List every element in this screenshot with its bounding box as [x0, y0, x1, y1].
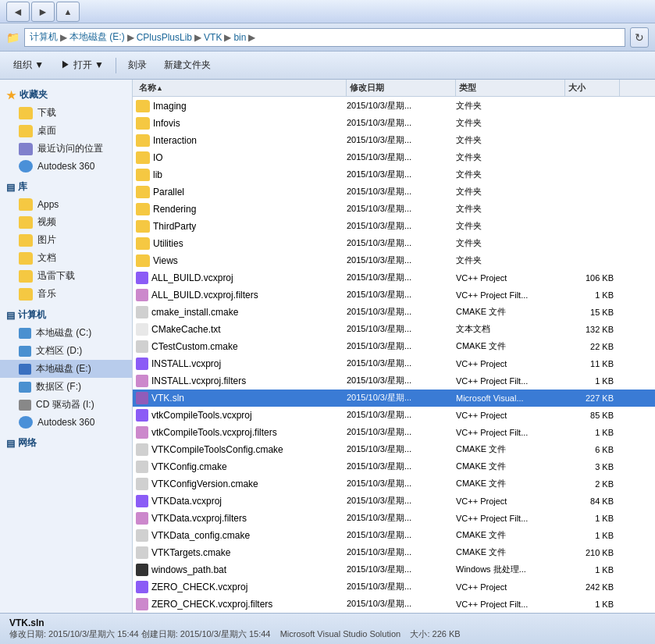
table-row[interactable]: lib 2015/10/3/星期... 文件夹: [133, 166, 655, 183]
cmake-icon: [136, 478, 148, 490]
sidebar-item-music[interactable]: 音乐: [0, 285, 132, 303]
sidebar-item-d-drive[interactable]: 文档区 (D:): [0, 342, 132, 360]
table-row[interactable]: vtkCompileTools.vcxproj 2015/10/3/星期... …: [133, 407, 655, 424]
table-row[interactable]: IO 2015/10/3/星期... 文件夹: [133, 149, 655, 166]
favorites-header[interactable]: ★ 收藏夹: [0, 86, 132, 104]
sidebar-item-pictures[interactable]: 图片: [0, 231, 132, 249]
file-size-cell: 132 KB: [565, 325, 620, 334]
library-header[interactable]: ▤ 库: [0, 178, 132, 196]
table-row[interactable]: Infovis 2015/10/3/星期... 文件夹: [133, 115, 655, 132]
table-row[interactable]: CMakeCache.txt 2015/10/3/星期... 文本文档 132 …: [133, 321, 655, 338]
table-row[interactable]: VTKCompileToolsConfig.cmake 2015/10/3/星期…: [133, 441, 655, 458]
table-row[interactable]: VTKConfigVersion.cmake 2015/10/3/星期... C…: [133, 475, 655, 493]
sidebar-item-download[interactable]: 下载: [0, 104, 132, 122]
col-header-size[interactable]: 大小: [565, 80, 620, 96]
table-row[interactable]: Utilities 2015/10/3/星期... 文件夹: [133, 235, 655, 252]
table-row[interactable]: VTKData.vcxproj.filters 2015/10/3/星期... …: [133, 510, 655, 527]
sidebar-item-autodesk2[interactable]: Autodesk 360: [0, 414, 132, 431]
sidebar-item-e-drive[interactable]: 本地磁盘 (E:): [0, 360, 132, 378]
table-row[interactable]: VTKConfig.cmake 2015/10/3/星期... CMAKE 文件…: [133, 458, 655, 475]
file-size-cell: 11 KB: [565, 359, 620, 368]
sidebar-item-documents[interactable]: 文档: [0, 249, 132, 267]
new-folder-button[interactable]: 新建文件夹: [157, 55, 218, 76]
addr-computer[interactable]: 计算机: [30, 30, 58, 44]
table-row[interactable]: CTestCustom.cmake 2015/10/3/星期... CMAKE …: [133, 338, 655, 355]
table-row[interactable]: Views 2015/10/3/星期... 文件夹: [133, 252, 655, 269]
file-date-cell: 2015/10/3/星期...: [347, 546, 456, 558]
network-header[interactable]: ▤ 网络: [0, 434, 132, 452]
computer-header[interactable]: ▤ 计算机: [0, 306, 132, 324]
table-row[interactable]: ZERO_CHECK.vcxproj 2015/10/3/星期... VC++ …: [133, 578, 655, 596]
table-row[interactable]: VTKTargets.cmake 2015/10/3/星期... CMAKE 文…: [133, 544, 655, 561]
table-row[interactable]: ThirdParty 2015/10/3/星期... 文件夹: [133, 218, 655, 235]
table-row[interactable]: windows_path.bat 2015/10/3/星期... Windows…: [133, 561, 655, 578]
table-row[interactable]: Imaging 2015/10/3/星期... 文件夹: [133, 98, 655, 115]
addr-bin[interactable]: bin: [233, 32, 246, 43]
table-row[interactable]: cmake_install.cmake 2015/10/3/星期... CMAK…: [133, 304, 655, 321]
table-row[interactable]: Parallel 2015/10/3/星期... 文件夹: [133, 183, 655, 201]
addr-vtk[interactable]: VTK: [204, 32, 222, 43]
organize-button[interactable]: 组织 ▼: [6, 55, 51, 76]
address-path[interactable]: 计算机 ▶ 本地磁盘 (E:) ▶ CPlusPlusLib ▶ VTK ▶ b…: [24, 28, 625, 47]
file-size-cell: 85 KB: [565, 411, 620, 420]
table-row[interactable]: INSTALL.vcxproj 2015/10/3/星期... VC++ Pro…: [133, 355, 655, 372]
file-name-cell: VTKConfig.cmake: [136, 461, 347, 473]
file-name-text: VTKConfigVersion.cmake: [151, 479, 258, 489]
file-name-cell: cmake_install.cmake: [136, 306, 347, 318]
title-bar: ◄ ► ▲: [0, 0, 655, 23]
folder-icon: [19, 143, 33, 155]
sidebar-item-autodesk1[interactable]: Autodesk 360: [0, 158, 132, 175]
file-name-text: vtkCompileTools.vcxproj: [151, 410, 252, 421]
file-name-cell: Utilities: [136, 237, 347, 250]
file-name-text: Parallel: [153, 187, 184, 197]
addr-refresh[interactable]: ↻: [630, 27, 649, 48]
table-row[interactable]: Interaction 2015/10/3/星期... 文件夹: [133, 132, 655, 149]
sidebar-item-recent[interactable]: 最近访问的位置: [0, 140, 132, 158]
table-row[interactable]: vtkCompileTools.vcxproj.filters 2015/10/…: [133, 424, 655, 441]
sidebar-item-video[interactable]: 视频: [0, 213, 132, 231]
sidebar-item-xunlei[interactable]: 迅雷下载: [0, 267, 132, 285]
file-size-cell: 1 KB: [565, 376, 620, 386]
sidebar-item-desktop[interactable]: 桌面: [0, 122, 132, 140]
col-header-type[interactable]: 类型: [456, 80, 565, 96]
file-date-cell: 2015/10/3/星期...: [347, 306, 456, 318]
table-row[interactable]: Rendering 2015/10/3/星期... 文件夹: [133, 201, 655, 218]
file-size-cell: 15 KB: [565, 308, 620, 317]
back-button[interactable]: ◄: [6, 2, 30, 22]
file-name-text: Views: [153, 255, 178, 266]
table-row[interactable]: INSTALL.vcxproj.filters 2015/10/3/星期... …: [133, 372, 655, 390]
toolbar-separator: [116, 58, 116, 73]
file-name-cell: INSTALL.vcxproj.filters: [136, 375, 347, 387]
addr-cpluspluslib[interactable]: CPlusPlusLib: [137, 32, 192, 43]
file-size-cell: 1 KB: [565, 514, 620, 523]
status-size: 大小: 226 KB: [410, 629, 460, 639]
table-row[interactable]: VTKData_config.cmake 2015/10/3/星期... CMA…: [133, 527, 655, 544]
table-row[interactable]: ALL_BUILD.vcxproj 2015/10/3/星期... VC++ P…: [133, 269, 655, 286]
sidebar-item-f-drive[interactable]: 数据区 (F:): [0, 378, 132, 396]
file-type-cell: VC++ Project: [456, 359, 565, 368]
col-header-name[interactable]: 名称: [136, 80, 347, 96]
up-button[interactable]: ▲: [56, 2, 80, 22]
table-row[interactable]: ZERO_CHECK.vcxproj.filters 2015/10/3/星期.…: [133, 596, 655, 613]
file-name-cell: VTKData.vcxproj: [136, 495, 347, 507]
table-row[interactable]: VTKData.vcxproj 2015/10/3/星期... VC++ Pro…: [133, 493, 655, 510]
folder-icon: [19, 252, 33, 265]
sidebar-item-label: Autodesk 360: [37, 161, 94, 172]
file-name-cell: Infovis: [136, 117, 347, 130]
file-date-cell: 2015/10/3/星期...: [347, 237, 456, 249]
computer-section: ▤ 计算机 本地磁盘 (C:) 文档区 (D:) 本地磁盘 (E:) 数据区 (…: [0, 306, 132, 431]
sidebar-item-c-drive[interactable]: 本地磁盘 (C:): [0, 324, 132, 342]
col-header-date[interactable]: 修改日期: [347, 80, 456, 96]
sidebar-item-cd-drive[interactable]: CD 驱动器 (I:): [0, 396, 132, 414]
file-type-cell: Windows 批处理...: [456, 564, 565, 575]
table-row[interactable]: ALL_BUILD.vcxproj.filters 2015/10/3/星期..…: [133, 286, 655, 304]
file-type-cell: 文件夹: [456, 151, 565, 163]
sidebar-item-apps[interactable]: Apps: [0, 196, 132, 213]
file-name-cell: VTKConfigVersion.cmake: [136, 478, 347, 490]
file-name-cell: lib: [136, 169, 347, 181]
forward-button[interactable]: ►: [31, 2, 55, 22]
table-row[interactable]: VTK.sln 2015/10/3/星期... Microsoft Visual…: [133, 390, 655, 407]
burn-button[interactable]: 刻录: [121, 55, 154, 76]
open-button[interactable]: ▶ 打开 ▼: [54, 55, 111, 76]
addr-disk-e[interactable]: 本地磁盘 (E:): [69, 30, 125, 44]
